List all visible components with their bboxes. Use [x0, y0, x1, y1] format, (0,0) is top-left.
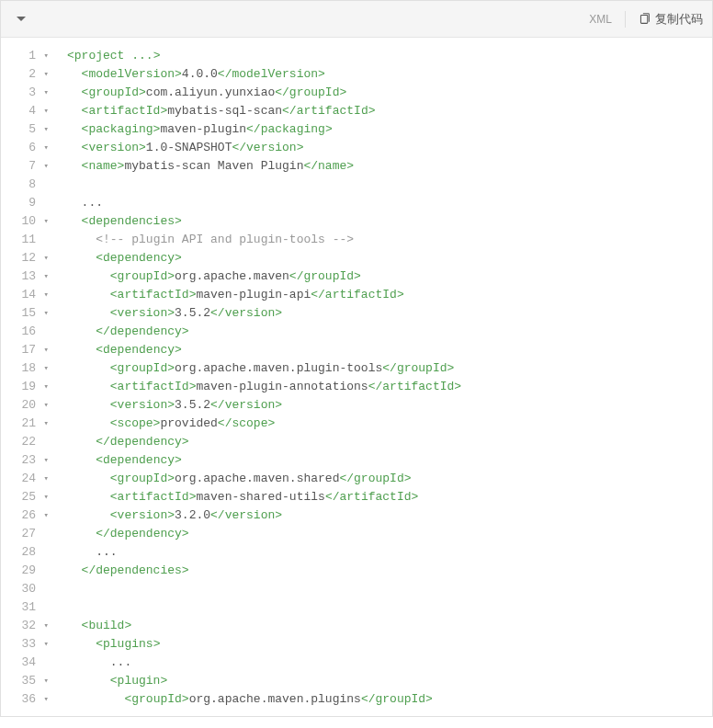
line-number: 32 [19, 617, 36, 635]
code-line: <project ...> [67, 47, 712, 65]
code-line: <plugins> [67, 635, 712, 654]
line-number: 19 [19, 378, 36, 396]
toolbar-divider [625, 11, 626, 28]
token-comment: <!-- plugin API and plugin-tools --> [96, 233, 354, 246]
fold-caret-icon[interactable]: ▾ [40, 359, 49, 378]
fold-caret-icon[interactable]: ▾ [40, 470, 49, 488]
fold-caret-icon[interactable]: ▾ [40, 617, 49, 635]
code-line: <artifactId>maven-plugin-annotations</ar… [67, 378, 712, 396]
fold-caret-icon[interactable]: ▾ [40, 157, 49, 176]
token-tag: <version> [110, 306, 175, 320]
token-tag: </dependency> [96, 324, 188, 338]
fold-caret-icon[interactable]: ▾ [40, 286, 49, 304]
token-text: org.apache.maven [175, 269, 289, 283]
line-number: 18 [19, 359, 36, 378]
fold-caret-icon[interactable]: ▾ [40, 690, 49, 709]
fold-caret-icon[interactable]: ▾ [40, 120, 49, 139]
token-tag: </modelVersion> [218, 67, 325, 81]
line-number: 24 [19, 470, 36, 488]
gutter-line: 31 [1, 598, 54, 617]
copy-code-button[interactable]: 复制代码 [639, 11, 703, 28]
line-number: 33 [19, 635, 36, 654]
fold-caret-icon[interactable]: ▾ [40, 304, 49, 323]
fold-caret-icon[interactable]: ▾ [40, 139, 49, 157]
token-tag: <artifactId> [110, 490, 197, 504]
code-line: <version>3.5.2</version> [67, 396, 712, 415]
fold-caret-icon[interactable]: ▾ [40, 65, 49, 84]
token-tag: <artifactId> [82, 104, 168, 118]
token-tag: </groupId> [289, 269, 361, 283]
fold-caret-icon[interactable]: ▾ [40, 451, 49, 470]
line-number: 21 [19, 415, 36, 433]
line-number: 10 [19, 212, 36, 231]
gutter-line: 5▾ [1, 120, 54, 139]
line-number: 5 [19, 120, 36, 139]
gutter-line: 25▾ [1, 488, 54, 506]
code-line: <scope>provided</scope> [67, 415, 712, 433]
fold-caret-icon[interactable]: ▾ [40, 506, 49, 525]
fold-caret-icon[interactable]: ▾ [40, 212, 49, 231]
code-line: <packaging>maven-plugin</packaging> [67, 120, 712, 139]
code-line: <artifactId>maven-shared-utils</artifact… [67, 488, 712, 506]
line-number: 13 [19, 267, 36, 286]
token-tag: </groupId> [361, 692, 433, 706]
line-number: 28 [19, 543, 36, 562]
token-text: provided [160, 416, 217, 430]
gutter-line: 21▾ [1, 415, 54, 433]
line-number: 12 [19, 249, 36, 267]
token-text: maven-plugin-api [196, 288, 311, 301]
token-tag: <plugins> [96, 637, 160, 651]
gutter-line: 30 [1, 580, 54, 598]
code-area: 1▾2▾3▾4▾5▾6▾7▾8910▾1112▾13▾14▾15▾1617▾18… [1, 38, 712, 716]
token-text: ... [96, 545, 117, 559]
fold-caret-icon[interactable]: ▾ [40, 415, 49, 433]
gutter-line: 27 [1, 525, 54, 543]
token-text: ... [110, 655, 131, 669]
line-gutter: 1▾2▾3▾4▾5▾6▾7▾8910▾1112▾13▾14▾15▾1617▾18… [1, 47, 54, 709]
code-line: <dependency> [67, 451, 712, 470]
code-body[interactable]: <project ...> <modelVersion>4.0.0</model… [54, 47, 712, 709]
token-tag: </artifactId> [325, 490, 418, 504]
token-tag: <version> [110, 398, 175, 412]
code-line: </dependencies> [67, 562, 712, 580]
fold-caret-icon[interactable]: ▾ [40, 267, 49, 286]
fold-caret-icon[interactable]: ▾ [40, 102, 49, 120]
token-tag: <dependency> [96, 343, 182, 357]
code-line: <dependency> [67, 249, 712, 267]
gutter-line: 29 [1, 562, 54, 580]
token-tag: </artifactId> [282, 104, 375, 118]
fold-caret-icon[interactable]: ▾ [40, 672, 49, 690]
language-dropdown-button[interactable] [10, 8, 32, 30]
code-line: <modelVersion>4.0.0</modelVersion> [67, 65, 712, 84]
fold-caret-icon[interactable]: ▾ [40, 249, 49, 267]
gutter-line: 19▾ [1, 378, 54, 396]
gutter-line: 33▾ [1, 635, 54, 654]
token-tag: > [153, 49, 161, 63]
token-text: org.apache.maven.plugins [189, 692, 361, 706]
gutter-line: 6▾ [1, 139, 54, 157]
token-text: 3.5.2 [175, 306, 210, 320]
gutter-line: 35▾ [1, 672, 54, 690]
fold-caret-icon[interactable]: ▾ [40, 488, 49, 506]
line-number: 20 [19, 396, 36, 415]
fold-caret-icon[interactable]: ▾ [40, 378, 49, 396]
token-tag: </version> [210, 306, 282, 320]
fold-caret-icon[interactable]: ▾ [40, 396, 49, 415]
code-line: <version>3.5.2</version> [67, 304, 712, 323]
token-ellipsis: ... [131, 49, 153, 63]
line-number: 1 [19, 47, 36, 65]
token-tag: </dependency> [96, 527, 188, 540]
token-text: 3.2.0 [175, 508, 210, 522]
token-tag: <plugin> [110, 674, 167, 688]
token-text: maven-plugin-annotations [196, 380, 368, 393]
fold-caret-icon[interactable]: ▾ [40, 341, 49, 359]
token-text: com.aliyun.yunxiao [146, 85, 275, 99]
fold-caret-icon[interactable]: ▾ [40, 635, 49, 654]
fold-caret-icon[interactable]: ▾ [40, 47, 49, 65]
code-line: <artifactId>mybatis-sql-scan</artifactId… [67, 102, 712, 120]
token-tag: <groupId> [82, 85, 146, 99]
gutter-line: 28 [1, 543, 54, 562]
toolbar-left [10, 8, 32, 30]
token-tag: <groupId> [110, 472, 175, 485]
fold-caret-icon[interactable]: ▾ [40, 84, 49, 102]
